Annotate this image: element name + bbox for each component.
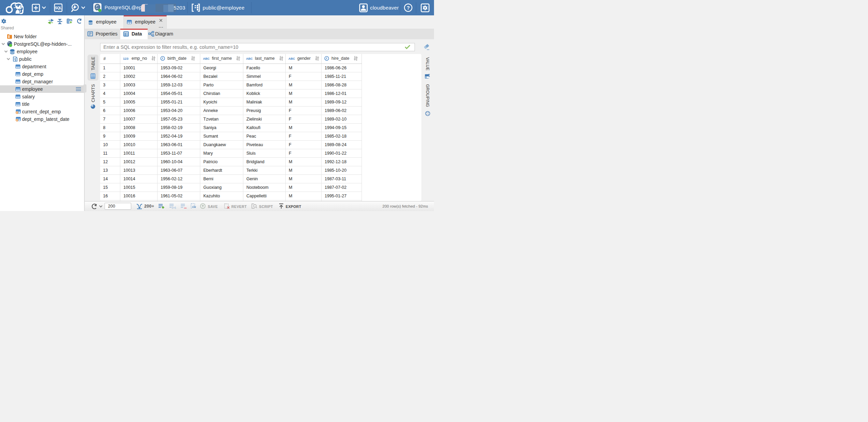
svg-text:ABC: ABC (246, 57, 253, 60)
svg-text:123: 123 (123, 57, 128, 60)
svg-text:?: ? (407, 5, 410, 11)
svg-text:ABC: ABC (288, 57, 295, 60)
svg-text:ABC: ABC (203, 57, 209, 60)
svg-text:(+): (+) (172, 206, 176, 209)
svg-text:SQL: SQL (55, 6, 62, 10)
